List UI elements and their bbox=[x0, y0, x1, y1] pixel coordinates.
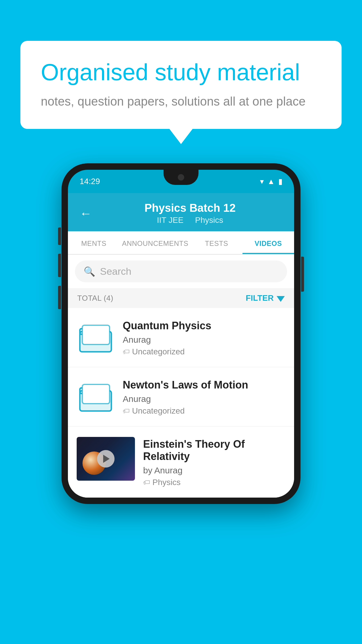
tag-label: Uncategorized bbox=[132, 406, 185, 416]
video-title: Einstein's Theory Of Relativity bbox=[143, 438, 285, 463]
video-title: Quantum Physics bbox=[123, 320, 285, 332]
speech-bubble-area: Organised study material notes, question… bbox=[20, 41, 342, 129]
list-item[interactable]: Quantum Physics Anurag 🏷 Uncategorized bbox=[68, 308, 294, 367]
svg-rect-4 bbox=[82, 325, 110, 344]
camera-notch bbox=[178, 174, 184, 181]
video-thumbnail-image bbox=[77, 437, 135, 481]
status-icons: ▾ ▲ ▮ bbox=[260, 177, 282, 186]
app-screen: ← Physics Batch 12 IIT JEE Physics MENTS… bbox=[68, 193, 294, 498]
bubble-subtitle: notes, question papers, solutions all at… bbox=[41, 94, 321, 108]
tag-icon: 🏷 bbox=[143, 478, 150, 487]
header-physics: Physics bbox=[195, 216, 223, 225]
status-bar: 14:29 ▾ ▲ ▮ bbox=[68, 170, 294, 193]
play-button[interactable] bbox=[97, 450, 115, 468]
item-info: Einstein's Theory Of Relativity by Anura… bbox=[143, 437, 285, 487]
header-title-area: Physics Batch 12 IIT JEE Physics bbox=[98, 202, 282, 225]
speech-bubble: Organised study material notes, question… bbox=[20, 41, 342, 129]
filter-icon bbox=[277, 296, 285, 302]
volume-up-button[interactable] bbox=[58, 228, 61, 245]
filter-row: TOTAL (4) FILTER bbox=[68, 288, 294, 308]
tag-icon: 🏷 bbox=[123, 348, 130, 356]
video-author: Anurag bbox=[123, 394, 285, 404]
video-title: Newton's Laws of Motion bbox=[123, 379, 285, 391]
folder-icon bbox=[78, 381, 113, 413]
item-thumbnail bbox=[77, 318, 115, 356]
folder-icon bbox=[78, 321, 113, 354]
video-author: by Anurag bbox=[143, 466, 285, 475]
search-placeholder: Search bbox=[100, 266, 131, 277]
header-main-title: Physics Batch 12 bbox=[98, 202, 282, 214]
app-header: ← Physics Batch 12 IIT JEE Physics bbox=[68, 193, 294, 231]
video-tag: 🏷 Uncategorized bbox=[123, 347, 285, 356]
video-author: Anurag bbox=[123, 335, 285, 345]
silent-button[interactable] bbox=[58, 286, 61, 309]
tag-label: Uncategorized bbox=[132, 347, 185, 356]
tag-icon: 🏷 bbox=[123, 407, 130, 415]
list-item[interactable]: Newton's Laws of Motion Anurag 🏷 Uncateg… bbox=[68, 367, 294, 426]
phone-mockup: 14:29 ▾ ▲ ▮ ← Physics Batch 12 IIT JEE P… bbox=[61, 163, 301, 504]
signal-icon: ▲ bbox=[267, 177, 275, 186]
wifi-icon: ▾ bbox=[260, 177, 264, 186]
back-button[interactable]: ← bbox=[80, 207, 92, 220]
search-bar[interactable]: 🔍 Search bbox=[75, 260, 287, 282]
item-info: Newton's Laws of Motion Anurag 🏷 Uncateg… bbox=[123, 378, 285, 416]
header-iit: IIT JEE bbox=[157, 216, 183, 225]
tab-ments[interactable]: MENTS bbox=[68, 231, 120, 254]
svg-rect-10 bbox=[82, 384, 110, 404]
list-item[interactable]: Einstein's Theory Of Relativity by Anura… bbox=[68, 426, 294, 498]
tag-label: Physics bbox=[152, 478, 180, 487]
video-list: Quantum Physics Anurag 🏷 Uncategorized bbox=[68, 308, 294, 498]
bubble-title: Organised study material bbox=[41, 58, 321, 86]
tab-announcements[interactable]: ANNOUNCEMENTS bbox=[120, 231, 191, 254]
phone-outer: 14:29 ▾ ▲ ▮ ← Physics Batch 12 IIT JEE P… bbox=[61, 163, 301, 504]
video-tag: 🏷 Physics bbox=[143, 478, 285, 487]
tab-videos[interactable]: VIDEOS bbox=[242, 231, 294, 254]
video-tag: 🏷 Uncategorized bbox=[123, 406, 285, 416]
volume-down-button[interactable] bbox=[58, 254, 61, 277]
filter-button[interactable]: FILTER bbox=[246, 293, 285, 303]
header-subtitle: IIT JEE Physics bbox=[98, 216, 282, 225]
tabs-bar: MENTS ANNOUNCEMENTS TESTS VIDEOS bbox=[68, 231, 294, 255]
filter-label: FILTER bbox=[246, 293, 274, 303]
search-icon: 🔍 bbox=[84, 266, 95, 277]
status-time: 14:29 bbox=[80, 177, 100, 186]
item-info: Quantum Physics Anurag 🏷 Uncategorized bbox=[123, 318, 285, 356]
search-bar-container: 🔍 Search bbox=[68, 255, 294, 288]
play-icon bbox=[103, 455, 110, 463]
total-label: TOTAL (4) bbox=[77, 294, 113, 303]
item-thumbnail bbox=[77, 378, 115, 416]
power-button[interactable] bbox=[301, 257, 304, 292]
tab-tests[interactable]: TESTS bbox=[191, 231, 242, 254]
battery-icon: ▮ bbox=[278, 177, 282, 186]
